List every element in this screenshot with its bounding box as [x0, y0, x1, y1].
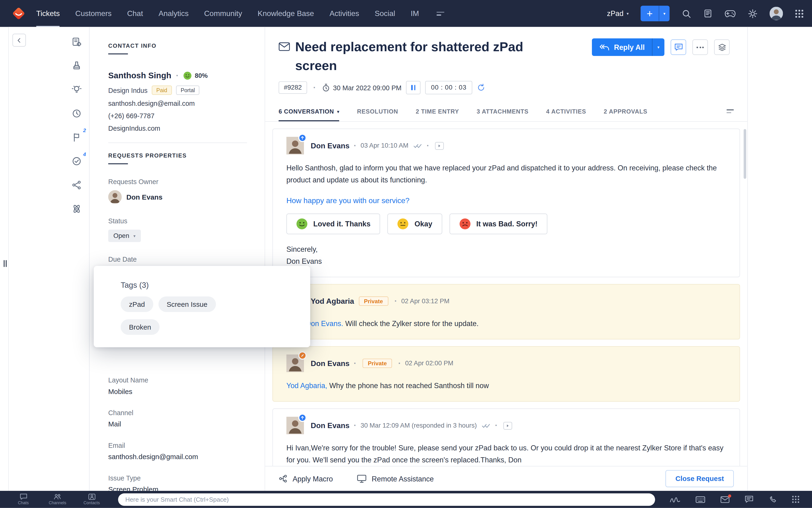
more-actions-button[interactable]: [692, 40, 708, 55]
survey-bad-button[interactable]: It was Bad. Sorry!: [449, 213, 547, 234]
add-new-caret-icon[interactable]: ▾: [659, 6, 670, 21]
nav-customers[interactable]: Customers: [76, 0, 112, 27]
keyboard-icon[interactable]: [696, 496, 705, 503]
nav-community[interactable]: Community: [204, 0, 242, 27]
contact-panel: CONTACT INFO Santhosh Singh 80% Design I…: [90, 27, 265, 491]
timer-pause-button[interactable]: [406, 81, 421, 94]
nav-activities[interactable]: Activities: [330, 0, 359, 27]
apps-grid-icon[interactable]: [792, 496, 800, 503]
tag-pill[interactable]: zPad: [121, 296, 153, 312]
mail-channel-icon: [279, 42, 290, 75]
integrations-atom-icon[interactable]: [66, 197, 87, 221]
nav-tickets[interactable]: Tickets: [36, 0, 60, 27]
mention-link[interactable]: Don Evans.: [306, 319, 343, 328]
issue-type-value[interactable]: Screen Problem: [108, 486, 247, 491]
layout-value[interactable]: Mobiles: [108, 388, 247, 395]
ticket-id: #9282: [279, 81, 307, 94]
search-icon[interactable]: [681, 8, 691, 18]
phone-icon[interactable]: [769, 495, 777, 504]
apply-macro-button[interactable]: Apply Macro: [279, 474, 333, 483]
history-icon[interactable]: [66, 101, 87, 125]
tabs-more-icon[interactable]: [726, 109, 734, 113]
tab-resolution[interactable]: RESOLUTION: [357, 103, 398, 121]
nav-analytics[interactable]: Analytics: [158, 0, 189, 27]
contact-name[interactable]: Santhosh Singh: [108, 71, 171, 80]
apps-grid-icon[interactable]: [795, 9, 804, 18]
tab-approvals[interactable]: 2 APPROVALS: [604, 103, 647, 121]
sent-badge-icon: [298, 414, 306, 422]
tab-activities[interactable]: 4 ACTIVITIES: [546, 103, 586, 121]
tab-time-entry[interactable]: 2 TIME ENTRY: [416, 103, 459, 121]
contacts-button[interactable]: Contacts: [75, 494, 109, 505]
tab-conversation[interactable]: 6 CONVERSATION ▾: [279, 103, 339, 121]
owner-name[interactable]: Don Evans: [126, 193, 162, 201]
rail-icons: 2 4: [66, 30, 87, 221]
notebook-icon[interactable]: [703, 9, 713, 18]
contacts-label: Contacts: [83, 501, 100, 505]
check-circle-icon[interactable]: 4: [66, 149, 87, 173]
close-request-button[interactable]: Close Request: [666, 470, 734, 487]
flag-icon[interactable]: 2: [66, 126, 87, 149]
scrollbar-thumb[interactable]: [744, 129, 746, 179]
department-label: zPad: [607, 9, 623, 17]
mail-notification-icon[interactable]: [720, 496, 730, 503]
add-new-button[interactable]: + ▾: [640, 6, 669, 21]
contact-phone[interactable]: (+26) 669-7787: [108, 112, 247, 120]
message-author[interactable]: Yod Agbaria: [311, 297, 354, 305]
message-author[interactable]: Don Evans: [311, 421, 349, 429]
channel-value[interactable]: Mail: [108, 420, 247, 428]
topnav-right: zPad ▾ + ▾: [607, 6, 804, 21]
survey-question-link[interactable]: How happy are you with our service?: [286, 197, 726, 205]
remote-assistance-button[interactable]: Remote Assistance: [357, 474, 434, 483]
contact-email[interactable]: santhosh.design@email.com: [108, 99, 247, 107]
tag-pill[interactable]: Broken: [121, 319, 159, 335]
message-time: 03 Apr 10:10 AM: [361, 142, 409, 149]
tag-pill[interactable]: Screen Issue: [158, 296, 216, 312]
game-controller-icon[interactable]: [724, 10, 736, 17]
share-icon[interactable]: [66, 173, 87, 197]
nav-knowledge-base[interactable]: Knowledge Base: [258, 0, 314, 27]
plus-icon[interactable]: +: [640, 6, 659, 21]
nav-social[interactable]: Social: [375, 0, 395, 27]
stamp-icon[interactable]: [66, 54, 87, 78]
nav-chat[interactable]: Chat: [127, 0, 143, 27]
reply-all-button[interactable]: Reply All ▾: [592, 38, 665, 56]
reply-options-caret-icon[interactable]: ▾: [652, 38, 665, 56]
chats-button[interactable]: Chats: [6, 494, 40, 505]
survey-loved-it-button[interactable]: Loved it. Thanks: [286, 213, 380, 234]
zia-pen-icon[interactable]: [670, 496, 680, 503]
ticket-actions: Reply All ▾: [592, 38, 729, 56]
channels-button[interactable]: Channels: [40, 494, 75, 505]
zoho-desk-app: Tickets Customers Chat Analytics Communi…: [0, 0, 812, 508]
message-author[interactable]: Don Evans: [311, 359, 349, 368]
status-dropdown[interactable]: Open ▾: [108, 230, 141, 242]
bulb-icon[interactable]: [66, 78, 87, 101]
nav-more-icon[interactable]: [437, 0, 444, 27]
message-author[interactable]: Don Evans: [311, 141, 349, 150]
separator-dot: [352, 359, 358, 368]
back-button[interactable]: [12, 34, 26, 47]
contact-company[interactable]: Design Indus: [108, 86, 147, 94]
department-selector[interactable]: zPad ▾: [607, 9, 629, 17]
contact-website[interactable]: DesignIndus.com: [108, 124, 247, 132]
survey-okay-button[interactable]: Okay: [388, 213, 442, 234]
ticket-properties-icon[interactable]: [66, 30, 87, 54]
mention-link[interactable]: Yod Agbaria,: [286, 382, 327, 390]
user-avatar[interactable]: [769, 7, 783, 20]
comment-button[interactable]: [671, 40, 686, 55]
chat-bubble-icon[interactable]: [745, 496, 753, 503]
settings-gear-icon[interactable]: [748, 8, 758, 18]
timer-reset-icon[interactable]: [477, 83, 485, 92]
separator-dot: [175, 71, 180, 80]
expand-message-icon[interactable]: [504, 422, 512, 429]
zoho-desk-logo-icon[interactable]: [11, 6, 26, 21]
email-value[interactable]: santhosh.design@gmail.com: [108, 453, 247, 461]
layers-button[interactable]: [714, 40, 729, 55]
expand-message-icon[interactable]: [435, 142, 444, 150]
tab-attachments[interactable]: 3 ATTACHMENTS: [477, 103, 528, 121]
email-field-label: Email: [108, 441, 247, 449]
smart-chat-input[interactable]: [126, 496, 648, 503]
nav-im[interactable]: IM: [411, 0, 419, 27]
tags-popup-title: Tags (3): [121, 281, 310, 289]
panel-resize-handle[interactable]: [2, 258, 8, 268]
